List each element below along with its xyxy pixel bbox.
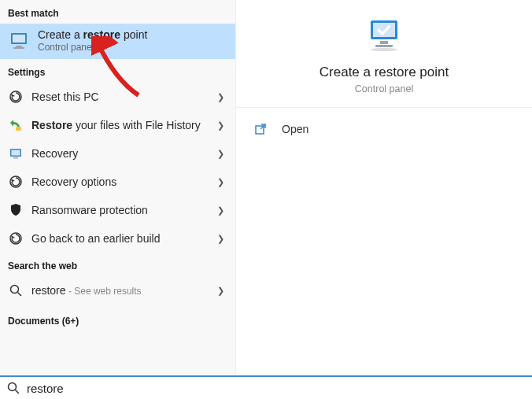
chevron-right-icon: ❯ xyxy=(217,205,227,216)
system-icon xyxy=(8,30,30,52)
results-panel: Best match Create a restore point Contro… xyxy=(0,0,236,374)
preview-subtitle: Control panel xyxy=(355,83,413,94)
svg-rect-15 xyxy=(380,41,388,44)
settings-item-label: Restore your files with File History xyxy=(31,119,217,131)
svg-point-20 xyxy=(9,383,17,391)
svg-rect-3 xyxy=(13,47,24,49)
chevron-right-icon: ❯ xyxy=(217,149,227,159)
settings-item-recovery[interactable]: Recovery ❯ xyxy=(0,139,235,168)
section-header-settings: Settings xyxy=(0,59,235,83)
preview-actions: Open xyxy=(236,108,532,150)
chevron-right-icon: ❯ xyxy=(217,234,227,244)
svg-rect-2 xyxy=(16,46,22,47)
settings-item-earlier-build[interactable]: Go back to an earlier build ❯ xyxy=(0,224,235,253)
chevron-right-icon: ❯ xyxy=(217,120,227,131)
settings-item-label: Go back to an earlier build xyxy=(31,232,217,245)
recovery-icon xyxy=(8,146,24,161)
section-header-search-web: Search the web xyxy=(0,253,235,276)
svg-line-12 xyxy=(18,293,22,297)
svg-line-19 xyxy=(260,124,265,129)
section-header-documents: Documents (6+) xyxy=(0,305,235,331)
settings-item-file-history[interactable]: Restore your files with File History ❯ xyxy=(0,111,235,139)
settings-item-reset-pc[interactable]: Reset this PC ❯ xyxy=(0,83,235,111)
reset-pc-icon xyxy=(8,90,24,104)
earlier-build-icon xyxy=(8,231,24,246)
best-match-result[interactable]: Create a restore point Control panel xyxy=(0,24,235,59)
svg-point-17 xyxy=(371,48,397,51)
svg-rect-5 xyxy=(16,127,21,131)
open-label: Open xyxy=(282,123,308,135)
monitor-check-icon xyxy=(364,19,404,54)
svg-point-11 xyxy=(11,286,19,294)
best-match-text: Create a restore point Control panel xyxy=(38,28,147,53)
svg-line-21 xyxy=(16,390,20,394)
chevron-right-icon: ❯ xyxy=(217,286,227,296)
settings-item-ransomware[interactable]: Ransomware protection ❯ xyxy=(0,196,235,224)
preview-title: Create a restore point xyxy=(320,65,449,80)
section-header-best-match: Best match xyxy=(0,0,235,24)
search-icon xyxy=(8,283,24,297)
chevron-right-icon: ❯ xyxy=(217,177,227,187)
settings-item-label: Recovery xyxy=(31,147,217,160)
svg-rect-7 xyxy=(12,150,20,156)
recovery-options-icon xyxy=(8,175,24,189)
svg-rect-16 xyxy=(375,45,393,47)
search-icon xyxy=(6,381,20,395)
open-action[interactable]: Open xyxy=(236,114,532,144)
preview-header: Create a restore point Control panel xyxy=(236,0,532,108)
settings-item-recovery-options[interactable]: Recovery options ❯ xyxy=(0,168,235,196)
settings-item-label: Recovery options xyxy=(31,175,217,188)
settings-item-label: Ransomware protection xyxy=(31,204,217,216)
svg-rect-14 xyxy=(373,23,395,37)
web-result-label: restore - See web results xyxy=(31,284,217,297)
preview-panel: Create a restore point Control panel Ope… xyxy=(236,0,532,374)
svg-rect-8 xyxy=(13,157,18,159)
shield-icon xyxy=(8,203,24,217)
search-bar[interactable] xyxy=(0,375,532,399)
svg-rect-1 xyxy=(13,35,25,42)
file-history-icon xyxy=(8,118,24,132)
settings-item-label: Reset this PC xyxy=(31,91,217,103)
web-result-item[interactable]: restore - See web results ❯ xyxy=(0,276,235,305)
search-input[interactable] xyxy=(27,382,526,395)
chevron-right-icon: ❯ xyxy=(217,92,227,102)
open-icon xyxy=(253,122,268,136)
